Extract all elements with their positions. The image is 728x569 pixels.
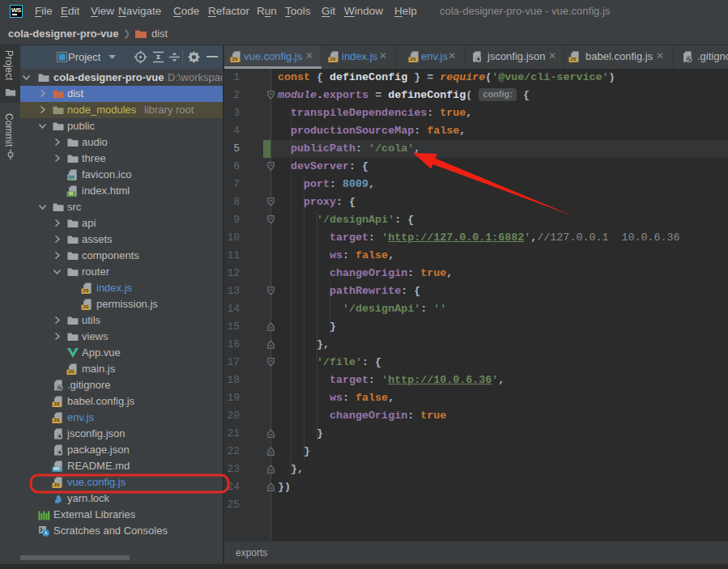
svg-text:JS: JS (53, 418, 59, 423)
svg-text:JS: JS (68, 369, 74, 374)
svg-text:JS: JS (83, 304, 88, 309)
svg-text:JS: JS (232, 57, 237, 62)
svg-text:JS: JS (53, 482, 59, 487)
svg-text:JS: JS (83, 288, 88, 293)
svg-text:JS: JS (570, 57, 576, 62)
svg-text:H: H (70, 191, 73, 196)
svg-text:JS: JS (410, 57, 415, 62)
svg-text:JS: JS (330, 57, 335, 62)
svg-text:JS: JS (53, 401, 59, 406)
svg-text:MD: MD (53, 466, 60, 471)
